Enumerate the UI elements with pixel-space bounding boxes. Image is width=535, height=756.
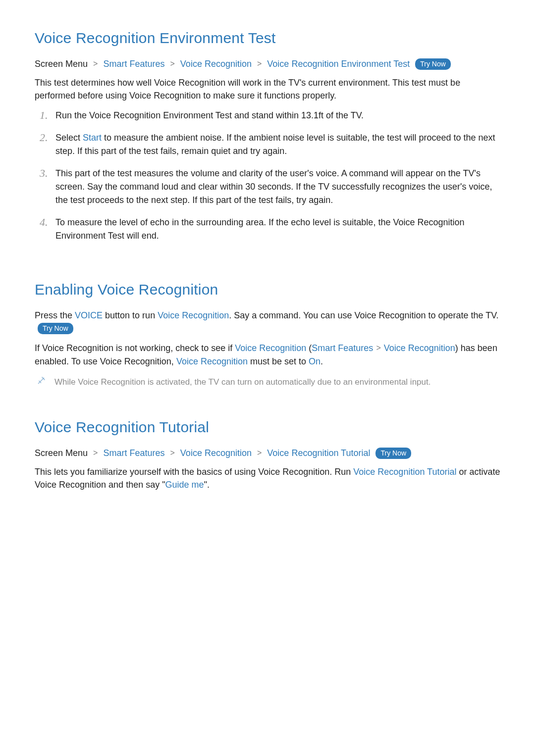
paragraph: This lets you familiarize yourself with … <box>35 465 500 491</box>
paragraph: If Voice Recognition is not working, che… <box>35 342 500 367</box>
section-title: Voice Recognition Environment Test <box>35 30 500 47</box>
chevron-icon: > <box>167 449 178 457</box>
text: button to run <box>103 310 158 320</box>
list-item: Select Start to measure the ambient nois… <box>40 131 500 167</box>
step-text: Select <box>55 133 83 143</box>
breadcrumb-item: Smart Features <box>103 59 164 69</box>
section-title: Enabling Voice Recognition <box>35 281 500 298</box>
paragraph: Press the VOICE button to run Voice Reco… <box>35 309 500 335</box>
chevron-icon: > <box>167 59 178 68</box>
breadcrumb-item: Smart Features <box>312 343 373 353</box>
list-item: This part of the test measures the volum… <box>40 167 500 216</box>
highlight-voice-recognition-tutorial: Voice Recognition Tutorial <box>353 467 456 477</box>
breadcrumb: Screen Menu > Smart Features > Voice Rec… <box>35 57 500 70</box>
list-item: Run the Voice Recognition Environment Te… <box>40 109 500 131</box>
text: ". <box>204 480 210 490</box>
text: . <box>321 356 323 366</box>
document-page: Voice Recognition Environment Test Scree… <box>0 0 535 756</box>
section-enabling-voice-recognition: Enabling Voice Recognition Press the VOI… <box>35 281 500 389</box>
step-text: To measure the level of echo in the surr… <box>55 217 465 241</box>
text: Press the <box>35 310 75 320</box>
breadcrumb-item: Voice Recognition <box>384 343 455 353</box>
breadcrumb-item: Voice Recognition Tutorial <box>267 448 370 458</box>
highlight-guide-me: Guide me <box>165 480 204 490</box>
text: If Voice Recognition is not working, che… <box>35 343 235 353</box>
chevron-icon: > <box>254 59 265 68</box>
intro-text: This test determines how well Voice Reco… <box>35 76 500 102</box>
chevron-icon: > <box>254 449 265 457</box>
step-text: This part of the test measures the volum… <box>55 168 492 205</box>
breadcrumb-root: Screen Menu <box>35 448 88 458</box>
text: This lets you familiarize yourself with … <box>35 467 353 477</box>
step-list: Run the Voice Recognition Environment Te… <box>35 109 500 252</box>
try-now-pill[interactable]: Try Now <box>415 58 451 70</box>
chevron-icon: > <box>90 449 101 457</box>
highlight-start: Start <box>83 133 102 143</box>
breadcrumb-item: Voice Recognition Environment Test <box>267 59 410 69</box>
breadcrumb-item: Voice Recognition <box>180 59 252 69</box>
text: . Say a command. You can use Voice Recog… <box>229 310 498 320</box>
section-title: Voice Recognition Tutorial <box>35 419 500 436</box>
text: ( <box>306 343 312 353</box>
list-item: To measure the level of echo in the surr… <box>40 216 500 252</box>
chevron-icon: > <box>90 59 101 68</box>
highlight-voice: VOICE <box>75 310 103 320</box>
chevron-icon: > <box>373 344 383 352</box>
highlight-voice-recognition: Voice Recognition <box>235 343 306 353</box>
note: While Voice Recognition is activated, th… <box>35 375 500 390</box>
section-environment-test: Voice Recognition Environment Test Scree… <box>35 30 500 252</box>
section-voice-recognition-tutorial: Voice Recognition Tutorial Screen Menu >… <box>35 419 500 491</box>
breadcrumb-item: Voice Recognition <box>180 448 252 458</box>
breadcrumb-item: Smart Features <box>103 448 164 458</box>
step-text: Run the Voice Recognition Environment Te… <box>55 110 364 120</box>
note-icon <box>37 376 46 389</box>
highlight-voice-recognition: Voice Recognition <box>176 356 248 366</box>
breadcrumb: Screen Menu > Smart Features > Voice Rec… <box>35 447 500 459</box>
text: must be set to <box>248 356 309 366</box>
try-now-pill[interactable]: Try Now <box>375 448 411 459</box>
step-text: to measure the ambient noise. If the amb… <box>55 133 495 156</box>
highlight-voice-recognition: Voice Recognition <box>158 310 229 320</box>
try-now-pill[interactable]: Try Now <box>38 323 73 334</box>
breadcrumb-root: Screen Menu <box>35 59 88 69</box>
highlight-on: On <box>309 356 321 366</box>
note-text: While Voice Recognition is activated, th… <box>54 377 430 387</box>
